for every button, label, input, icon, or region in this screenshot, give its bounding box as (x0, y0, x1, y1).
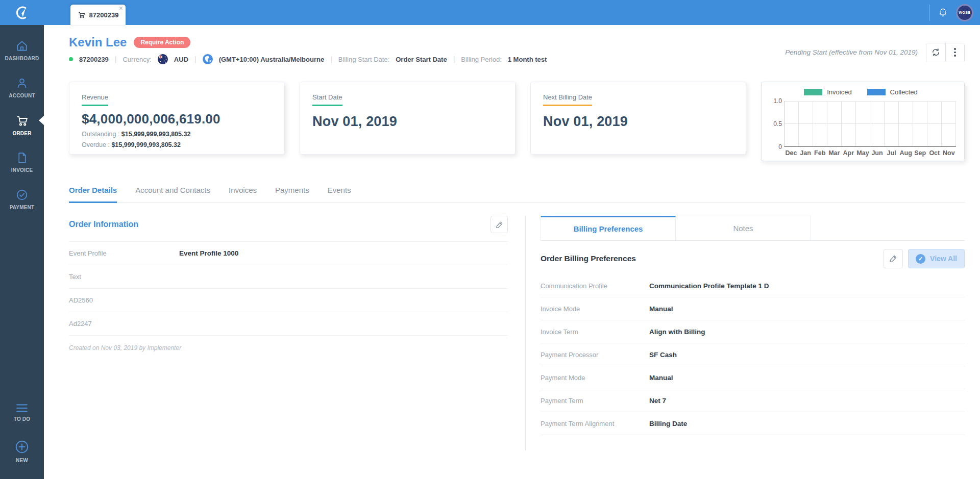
topbar: 87200239 × WOSB (44, 0, 980, 25)
order-meta-row: 87200239 | Currency: AUD | (69, 54, 547, 64)
field-row-invoice-mode: Invoice Mode Manual (541, 297, 965, 320)
plot-cell (870, 101, 885, 146)
sidebar-item-todo[interactable]: TO DO (0, 396, 44, 428)
main-tabs: Order Details Account and Contacts Invoi… (69, 186, 965, 203)
refresh-button[interactable] (926, 43, 945, 62)
plot-cell (899, 101, 913, 146)
more-options-button[interactable] (945, 43, 964, 62)
tab-notes[interactable]: Notes (676, 216, 811, 240)
menu-icon (15, 403, 29, 413)
chart-legend: InvoicedCollected (766, 88, 956, 96)
tab-invoices[interactable]: Invoices (229, 186, 257, 202)
field-row-payment-term-alignment: Payment Term Alignment Billing Date (541, 412, 965, 435)
chart-y-axis: 00.51.0 (766, 101, 784, 147)
x-tick-label: Oct (927, 149, 942, 157)
bell-icon[interactable] (938, 7, 948, 18)
x-tick-label: Sep (913, 149, 927, 157)
billing-panel-tabs: Billing Preferences Notes (541, 216, 965, 241)
plot-cell (942, 101, 956, 146)
field-row-ad2560: AD2560 (69, 289, 508, 312)
legend-label: Collected (890, 88, 918, 96)
billing-start-value: Order Start Date (396, 56, 447, 63)
order-details-panels: Order Information Event Profile Event Pr… (44, 203, 980, 450)
chart-plot (784, 101, 956, 147)
x-tick-label: May (855, 149, 870, 157)
sidebar-item-payment[interactable]: PAYMENT (0, 181, 44, 218)
x-tick-label: Apr (841, 149, 855, 157)
pencil-icon (495, 220, 504, 229)
panel-divider (525, 216, 526, 450)
edit-billing-preferences-button[interactable] (884, 249, 903, 268)
next-billing-value: Nov 01, 2019 (543, 114, 733, 130)
avatar-label: WOSB (959, 11, 970, 14)
topbar-divider (929, 5, 930, 21)
view-all-button[interactable]: ✓ View All (908, 249, 965, 268)
legend-item: Invoiced (804, 88, 851, 96)
outstanding-row: Outstanding : $15,999,999,993,805.32 (82, 131, 272, 138)
document-icon (16, 152, 29, 164)
sidebar-item-invoice[interactable]: INVOICE (0, 143, 44, 181)
sidebar-item-dashboard[interactable]: DASHBOARD (0, 32, 44, 69)
overdue-value: $15,999,999,993,805.32 (111, 141, 181, 148)
pencil-icon (889, 254, 898, 263)
tab-billing-preferences[interactable]: Billing Preferences (541, 216, 676, 240)
start-date-card: Start Date Nov 01, 2019 (300, 82, 516, 155)
sidebar-item-account[interactable]: ACCOUNT (0, 69, 44, 106)
order-tab-label: 87200239 (89, 11, 119, 19)
cart-icon (15, 114, 29, 128)
revenue-value: $4,000,000,006,619.00 (82, 111, 272, 127)
timezone-globe-icon (203, 54, 213, 64)
field-row-payment-processor: Payment Processor SF Cash (541, 343, 965, 366)
timezone: (GMT+10:00) Australia/Melbourne (219, 56, 324, 63)
topbar-right: WOSB (929, 0, 973, 25)
field-row-communication-profile: Communication Profile Communication Prof… (541, 274, 965, 297)
order-status-text: Pending Start (effective from Nov 01, 20… (785, 48, 918, 56)
legend-item: Collected (867, 88, 918, 96)
chart-x-axis: DecJanFebMarAprMayJunJulAugSepOctNov (784, 149, 956, 157)
y-tick-label: 1.0 (773, 97, 782, 105)
sidebar-item-order[interactable]: ORDER (0, 106, 44, 143)
plot-cell (885, 101, 899, 146)
cart-icon (78, 11, 86, 19)
close-icon[interactable]: × (119, 5, 123, 12)
revenue-card: Revenue $4,000,000,006,619.00 Outstandin… (69, 82, 285, 155)
legend-swatch-icon (867, 89, 886, 95)
chart-body: 00.51.0 (766, 101, 956, 147)
field-row-ad2247: Ad2247 (69, 312, 508, 336)
sidebar-item-label: ACCOUNT (9, 93, 35, 98)
order-tab[interactable]: 87200239 × (70, 5, 126, 25)
edit-order-information-button[interactable] (491, 216, 508, 233)
tab-account-and-contacts[interactable]: Account and Contacts (135, 186, 210, 202)
tab-order-details[interactable]: Order Details (69, 186, 117, 202)
field-row-event-profile: Event Profile Event Profile 1000 (69, 242, 508, 265)
order-information-fields: Event Profile Event Profile 1000 Text AD… (69, 241, 508, 336)
tab-payments[interactable]: Payments (275, 186, 309, 202)
avatar[interactable]: WOSB (956, 4, 973, 21)
customer-name: Kevin Lee (69, 35, 127, 49)
legend-swatch-icon (804, 89, 822, 95)
order-information-panel: Order Information Event Profile Event Pr… (69, 216, 508, 450)
plot-cell (856, 101, 870, 146)
sidebar-item-new[interactable]: NEW (0, 435, 44, 467)
refresh-icon (931, 47, 941, 57)
header-action-group (926, 43, 965, 62)
x-tick-label: Jul (885, 149, 899, 157)
y-tick-label: 0.5 (773, 120, 782, 128)
field-row-payment-term: Payment Term Net 7 (541, 389, 965, 412)
plot-cell (799, 101, 813, 146)
currency-code: AUD (174, 56, 188, 63)
x-tick-label: Jan (798, 149, 813, 157)
order-number: 87200239 (79, 56, 109, 63)
kebab-icon (954, 48, 956, 57)
x-tick-label: Jun (870, 149, 884, 157)
currency-label: Currency: (122, 56, 151, 63)
plot-cell (913, 101, 927, 146)
app-logo[interactable] (0, 0, 44, 25)
tab-events[interactable]: Events (328, 186, 351, 202)
billing-preferences-title: Order Billing Preferences (541, 254, 636, 263)
x-tick-label: Dec (784, 149, 798, 157)
plot-cell (927, 101, 942, 146)
billing-period-label: Billing Period: (461, 56, 502, 63)
sidebar: DASHBOARD ACCOUNT ORDER (0, 0, 44, 479)
australia-flag-icon (158, 54, 168, 64)
